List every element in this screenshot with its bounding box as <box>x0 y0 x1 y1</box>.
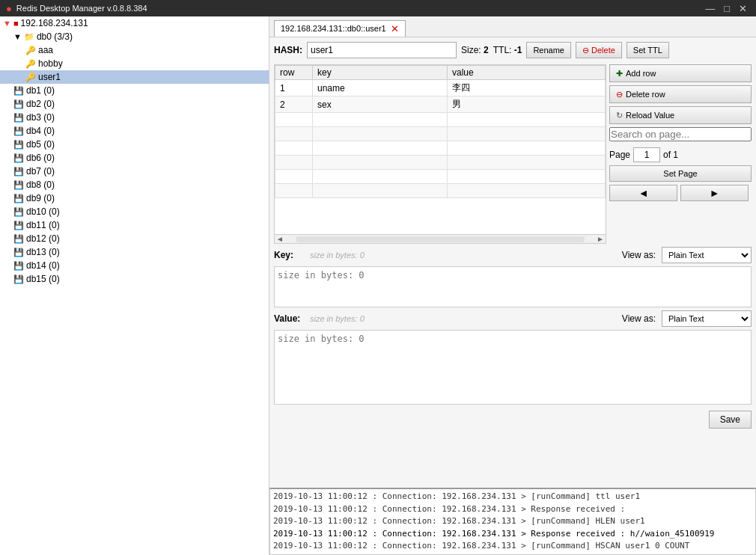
cell-value-2: 男 <box>448 96 606 113</box>
db3-node[interactable]: 💾 db3 (0) <box>0 111 269 124</box>
db3-icon: 💾 <box>13 113 24 123</box>
table-row-empty <box>275 127 606 141</box>
table-row-empty <box>275 156 606 170</box>
log-area: 2019-10-13 11:00:12 : Connection: 192.16… <box>269 488 756 555</box>
db12-label: db12 (0) <box>26 233 60 244</box>
db2-node[interactable]: 💾 db2 (0) <box>0 97 269 111</box>
scroll-left-icon[interactable]: ◄ <box>275 235 285 243</box>
db11-icon: 💾 <box>13 221 24 230</box>
db7-node[interactable]: 💾 db7 (0) <box>0 165 269 178</box>
reload-icon: ↻ <box>616 111 623 120</box>
expand-db0-icon: ▼ <box>13 32 22 41</box>
tab-label: 192.168.234.131::db0::user1 <box>281 24 386 33</box>
delete-row-button[interactable]: ⊖ Delete row <box>609 85 752 103</box>
db13-node[interactable]: 💾 db13 (0) <box>0 245 269 259</box>
page-row: Page of 1 <box>609 147 752 162</box>
db14-node[interactable]: 💾 db14 (0) <box>0 259 269 272</box>
db11-node[interactable]: 💾 db11 (0) <box>0 218 269 232</box>
db4-node[interactable]: 💾 db4 (0) <box>0 124 269 138</box>
db1-icon: 💾 <box>13 86 24 96</box>
set-page-button[interactable]: Set Page <box>609 165 752 182</box>
db8-node[interactable]: 💾 db8 (0) <box>0 178 269 191</box>
table-scroll[interactable]: row key value 1 uname 李四 <box>275 65 606 234</box>
save-row: Save <box>274 408 752 432</box>
db5-node[interactable]: 💾 db5 (0) <box>0 138 269 151</box>
table-row-empty <box>275 184 606 198</box>
expand-icon: ▼ <box>3 19 11 28</box>
key-aaa-node[interactable]: 🔑 aaa <box>0 43 269 57</box>
next-page-button[interactable]: ► <box>680 185 749 201</box>
active-tab[interactable]: 192.168.234.131::db0::user1 ✕ <box>274 20 406 37</box>
rename-button[interactable]: Rename <box>526 42 571 58</box>
save-button[interactable]: Save <box>709 411 752 429</box>
delete-button[interactable]: ⊖ Delete <box>576 42 622 58</box>
key-user1-node[interactable]: 🔑 user1 <box>0 70 269 84</box>
key-editor: HASH: Size: 2 TTL: -1 Rename ⊖ Delete Se… <box>269 37 756 488</box>
of-label: of 1 <box>663 150 678 160</box>
log-line-1: 2019-10-13 11:00:12 : Connection: 192.16… <box>273 491 752 503</box>
table-row[interactable]: 1 uname 李四 <box>275 80 606 96</box>
key-textarea[interactable] <box>274 266 752 307</box>
db9-node[interactable]: 💾 db9 (0) <box>0 191 269 205</box>
key-hobby-node[interactable]: 🔑 hobby <box>0 57 269 70</box>
log-line-2: 2019-10-13 11:00:12 : Connection: 192.16… <box>273 503 752 516</box>
key-user1-label: user1 <box>38 72 61 82</box>
key-view-as-label: View as: <box>622 250 656 260</box>
db7-icon: 💾 <box>13 167 24 177</box>
key-label: Key: <box>274 250 304 260</box>
db2-label: db2 (0) <box>26 99 55 109</box>
table-row[interactable]: 2 sex 男 <box>275 96 606 113</box>
db12-node[interactable]: 💾 db12 (0) <box>0 232 269 245</box>
key-row-header: Key: size in bytes: 0 View as: Plain Tex… <box>274 247 752 263</box>
hash-key-input[interactable] <box>307 42 457 58</box>
key-hobby-icon: 🔑 <box>25 59 36 69</box>
prev-page-button[interactable]: ◄ <box>609 185 677 201</box>
db6-icon: 💾 <box>13 153 24 163</box>
value-row-header: Value: size in bytes: 0 View as: Plain T… <box>274 310 752 327</box>
value-textarea[interactable] <box>274 330 752 405</box>
db13-icon: 💾 <box>13 248 24 257</box>
db1-node[interactable]: 💾 db1 (0) <box>0 84 269 97</box>
value-view-select[interactable]: Plain Text JSON XML Binary <box>662 310 752 327</box>
right-panel: ✚ Add row ⊖ Delete row ↻ Reload Value Pa… <box>609 64 752 244</box>
db13-label: db13 (0) <box>26 247 60 257</box>
tab-close-button[interactable]: ✕ <box>391 23 399 34</box>
titlebar-left: ● Redis Desktop Manager v.0.8.8.384 <box>6 3 147 14</box>
db6-label: db6 (0) <box>26 153 55 163</box>
add-row-button[interactable]: ✚ Add row <box>609 64 752 82</box>
table-hscrollbar[interactable]: ◄ ► <box>275 234 606 243</box>
db0-node[interactable]: ▼ 📁 db0 (3/3) <box>0 30 269 43</box>
app-title: Redis Desktop Manager v.0.8.8.384 <box>16 4 147 13</box>
main-panel: 192.168.234.131::db0::user1 ✕ HASH: Size… <box>269 16 756 555</box>
key-value-area: Key: size in bytes: 0 View as: Plain Tex… <box>274 247 752 432</box>
cell-key-1: uname <box>313 80 448 96</box>
value-view-as-label: View as: <box>622 313 656 324</box>
next-icon: ► <box>710 187 720 199</box>
titlebar-controls: — □ ✕ <box>702 3 750 14</box>
add-icon: ✚ <box>616 69 623 79</box>
db15-icon: 💾 <box>13 275 24 284</box>
reload-value-button[interactable]: ↻ Reload Value <box>609 106 752 124</box>
maximize-button[interactable]: □ <box>721 3 733 14</box>
scroll-right-icon[interactable]: ► <box>595 235 606 243</box>
db6-node[interactable]: 💾 db6 (0) <box>0 151 269 165</box>
db12-icon: 💾 <box>13 234 24 244</box>
search-on-page-input[interactable] <box>609 127 752 141</box>
log-line-3: 2019-10-13 11:00:12 : Connection: 192.16… <box>273 515 752 528</box>
db10-node[interactable]: 💾 db10 (0) <box>0 205 269 218</box>
page-label: Page <box>609 150 630 160</box>
db7-label: db7 (0) <box>26 166 55 177</box>
ttl-value: -1 <box>514 45 522 55</box>
set-ttl-button[interactable]: Set TTL <box>627 42 669 58</box>
key-view-select[interactable]: Plain Text JSON XML Binary <box>662 247 752 263</box>
server-node[interactable]: ▼ ■ 192.168.234.131 <box>0 16 269 30</box>
db15-node[interactable]: 💾 db15 (0) <box>0 272 269 286</box>
hash-header: HASH: Size: 2 TTL: -1 Rename ⊖ Delete Se… <box>274 42 752 58</box>
table-row-empty <box>275 141 606 156</box>
db10-label: db10 (0) <box>26 206 60 217</box>
close-button[interactable]: ✕ <box>736 3 750 14</box>
minimize-button[interactable]: — <box>702 3 718 14</box>
delete-row-icon: ⊖ <box>616 90 623 99</box>
db8-label: db8 (0) <box>26 180 55 190</box>
page-number-input[interactable] <box>633 147 660 162</box>
